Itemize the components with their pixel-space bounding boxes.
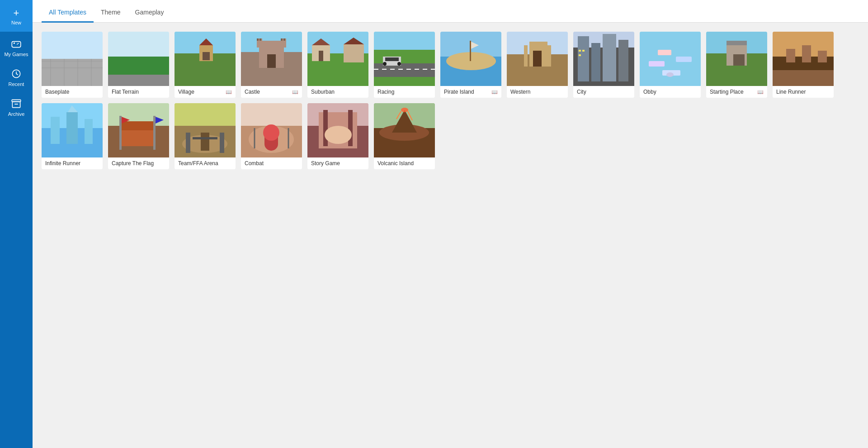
- tab-theme[interactable]: Theme: [94, 9, 128, 23]
- template-card-volcanic-island[interactable]: Volcanic Island: [374, 103, 435, 169]
- svg-rect-72: [579, 54, 581, 56]
- clock-icon: [10, 68, 22, 80]
- sidebar-item-my-games[interactable]: My Games: [0, 32, 33, 62]
- template-label-story-game: Story Game: [307, 157, 368, 169]
- template-thumb-castle: [241, 32, 302, 86]
- svg-rect-87: [786, 49, 795, 62]
- template-card-team-ffa-arena[interactable]: Team/FFA Arena: [175, 103, 236, 169]
- template-label-obby: Obby: [640, 86, 701, 98]
- svg-rect-66: [578, 36, 589, 81]
- template-card-western[interactable]: Western: [507, 32, 568, 98]
- template-thumb-city: [573, 32, 634, 86]
- template-card-village[interactable]: Village📖: [175, 32, 236, 98]
- book-icon: 📖: [757, 89, 764, 95]
- main-content: All Templates Theme Gameplay BaseplateFl…: [33, 0, 868, 448]
- template-card-city[interactable]: City: [573, 32, 634, 98]
- svg-rect-33: [257, 38, 259, 41]
- svg-rect-9: [12, 102, 20, 108]
- template-thumb-western: [507, 32, 568, 86]
- svg-rect-11: [42, 32, 103, 59]
- template-card-pirate-island[interactable]: Pirate Island📖: [440, 32, 501, 98]
- svg-point-50: [383, 62, 387, 66]
- svg-rect-44: [374, 32, 435, 50]
- svg-rect-2: [14, 43, 15, 44]
- template-card-obby[interactable]: Obby: [640, 32, 701, 98]
- my-games-label: My Games: [4, 52, 28, 57]
- svg-rect-100: [119, 116, 122, 150]
- template-card-baseplate[interactable]: Baseplate: [42, 32, 103, 98]
- svg-rect-69: [618, 40, 628, 81]
- tab-all-templates[interactable]: All Templates: [42, 9, 94, 23]
- template-card-infinite-runner[interactable]: Infinite Runner: [42, 103, 103, 169]
- svg-rect-77: [658, 50, 671, 55]
- svg-rect-122: [348, 110, 353, 146]
- template-label-combat: Combat: [241, 157, 302, 169]
- template-label-city: City: [573, 86, 634, 98]
- template-label-capture-the-flag: Capture The Flag: [108, 157, 169, 169]
- svg-rect-109: [186, 133, 190, 153]
- svg-point-128: [401, 108, 408, 112]
- svg-point-4: [17, 43, 18, 44]
- template-label-line-runner: Line Runner: [773, 86, 834, 98]
- template-card-suburban[interactable]: Suburban: [307, 32, 368, 98]
- template-label-infinite-runner: Infinite Runner: [42, 157, 103, 169]
- svg-rect-89: [818, 51, 827, 62]
- new-label: New: [11, 20, 21, 25]
- svg-point-51: [397, 62, 401, 66]
- tab-gameplay[interactable]: Gameplay: [128, 9, 171, 23]
- template-card-line-runner[interactable]: Line Runner: [773, 32, 834, 98]
- tab-bar: All Templates Theme Gameplay: [33, 0, 868, 23]
- template-label-suburban: Suburban: [307, 86, 368, 98]
- svg-rect-68: [603, 34, 616, 81]
- new-button[interactable]: + New: [0, 0, 33, 32]
- svg-rect-41: [319, 51, 323, 61]
- svg-line-7: [16, 74, 18, 75]
- template-grid-area: BaseplateFlat TerrainVillage📖Castle📖Subu…: [33, 23, 868, 448]
- svg-rect-62: [524, 45, 528, 67]
- template-card-racing[interactable]: Racing: [374, 32, 435, 98]
- template-card-story-game[interactable]: Story Game: [307, 103, 368, 169]
- template-label-pirate-island: Pirate Island📖: [440, 86, 501, 98]
- svg-point-78: [666, 72, 674, 77]
- svg-rect-93: [66, 112, 78, 144]
- svg-rect-75: [649, 61, 665, 67]
- svg-rect-121: [323, 110, 328, 146]
- svg-rect-26: [203, 52, 210, 60]
- svg-rect-88: [802, 45, 811, 62]
- svg-rect-63: [533, 51, 542, 67]
- template-label-racing: Racing: [374, 86, 435, 98]
- book-icon: 📖: [491, 89, 498, 95]
- template-grid: BaseplateFlat TerrainVillage📖Castle📖Subu…: [42, 32, 859, 169]
- template-thumb-flat-terrain: [108, 32, 169, 86]
- sidebar-item-archive[interactable]: Archive: [0, 91, 33, 121]
- template-label-castle: Castle📖: [241, 86, 302, 98]
- svg-rect-71: [582, 50, 585, 52]
- svg-rect-61: [547, 45, 551, 67]
- svg-rect-86: [773, 70, 834, 86]
- template-thumb-team-ffa-arena: [175, 103, 236, 157]
- template-label-baseplate: Baseplate: [42, 86, 103, 98]
- template-thumb-story-game: [307, 103, 368, 157]
- template-card-castle[interactable]: Castle📖: [241, 32, 302, 98]
- template-thumb-village: [175, 32, 236, 86]
- template-card-combat[interactable]: Combat: [241, 103, 302, 169]
- svg-rect-108: [193, 137, 217, 139]
- svg-rect-92: [51, 117, 60, 144]
- template-card-capture-the-flag[interactable]: Capture The Flag: [108, 103, 169, 169]
- sidebar-item-recent[interactable]: Recent: [0, 62, 33, 91]
- template-thumb-baseplate: [42, 32, 103, 86]
- svg-rect-20: [108, 57, 169, 75]
- template-label-starting-place: Starting Place📖: [706, 86, 767, 98]
- sidebar: + New My Games Recent Archive: [0, 0, 33, 448]
- template-thumb-racing: [374, 32, 435, 86]
- template-card-flat-terrain[interactable]: Flat Terrain: [108, 32, 169, 98]
- template-card-starting-place[interactable]: Starting Place📖: [706, 32, 767, 98]
- svg-rect-99: [122, 121, 156, 130]
- book-icon: 📖: [226, 89, 232, 95]
- template-thumb-volcanic-island: [374, 103, 435, 157]
- svg-rect-76: [676, 57, 692, 62]
- svg-rect-56: [470, 41, 471, 61]
- svg-rect-98: [122, 128, 156, 146]
- svg-point-123: [325, 126, 352, 144]
- svg-point-115: [263, 124, 279, 141]
